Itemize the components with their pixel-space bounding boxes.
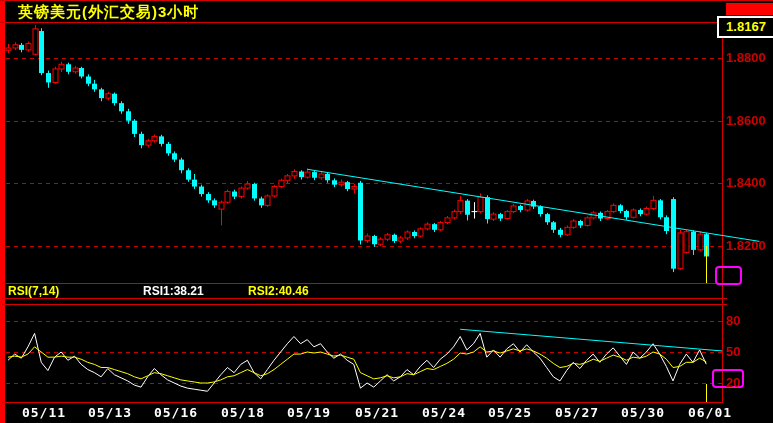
rsi-tick-label: 80 [726, 313, 740, 328]
date-tick-label: 05/11 [16, 405, 72, 420]
rsi-tick-label: 50 [726, 344, 740, 359]
rsi-tick-label: 20 [726, 375, 740, 390]
highlight-box-price [715, 266, 742, 285]
rsi-indicator-name[interactable]: RSI(7,14) [8, 284, 59, 298]
date-tick-label: 05/18 [215, 405, 271, 420]
date-tick-label: 05/16 [148, 405, 204, 420]
rsi2-value-label: RSI2:40.46 [248, 284, 309, 298]
price-tick-label: 1.8800 [726, 50, 766, 65]
price-tick-label: 1.8600 [726, 113, 766, 128]
date-tick-label: 05/21 [349, 405, 405, 420]
price-tick-label: 1.8400 [726, 175, 766, 190]
date-tick-label: 05/25 [482, 405, 538, 420]
last-price-badge: 1.8167 [717, 16, 773, 38]
date-tick-label: 06/01 [682, 405, 738, 420]
chart-title: 英镑美元(外汇交易)3小时 [18, 3, 199, 22]
date-tick-label: 05/27 [549, 405, 605, 420]
date-tick-label: 05/30 [615, 405, 671, 420]
date-tick-label: 05/19 [281, 405, 337, 420]
date-tick-label: 05/13 [82, 405, 138, 420]
corner-red-button[interactable] [726, 3, 773, 15]
date-tick-label: 05/24 [416, 405, 472, 420]
price-tick-label: 1.8200 [726, 238, 766, 253]
rsi1-value-label: RSI1:38.21 [143, 284, 204, 298]
chart-window: 英镑美元(外汇交易)3小时 RSI(7,14) RSI1:38.21 RSI2:… [0, 0, 773, 423]
candlestick-rsi-chart-canvas[interactable] [0, 0, 773, 423]
